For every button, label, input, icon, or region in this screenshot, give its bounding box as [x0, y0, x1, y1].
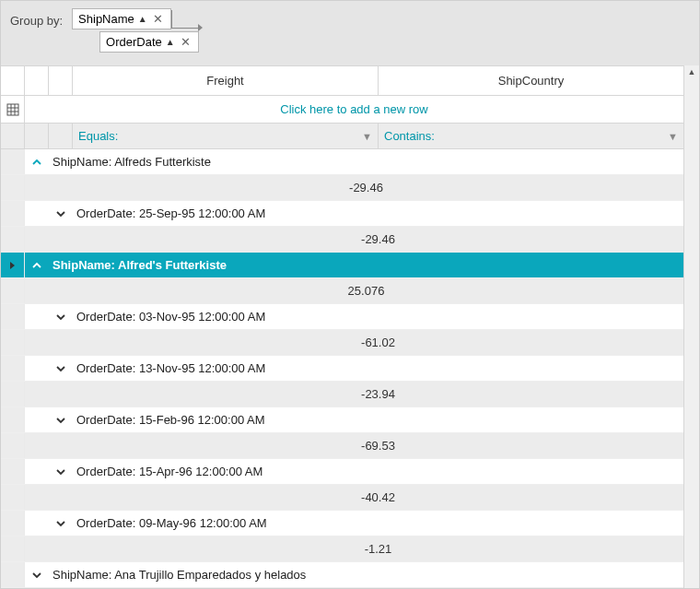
expand-toggle[interactable] — [49, 511, 73, 536]
group-row[interactable]: ShipName: Ana Trujillo Emparedados y hel… — [1, 562, 683, 588]
row-header — [1, 562, 25, 587]
sort-asc-icon: ▲ — [138, 14, 147, 24]
indent-spacer — [25, 356, 49, 381]
indent-spacer — [49, 382, 73, 406]
column-header-row: Freight ShipCountry — [1, 65, 683, 96]
group-row[interactable]: ShipName: Alfreds Futterkiste — [1, 149, 683, 175]
indent-spacer — [25, 304, 49, 329]
filter-cell-shipcountry[interactable]: Contains: ▼ — [379, 124, 683, 148]
group-summary-row: 25.076 — [1, 278, 683, 304]
row-header-spacer — [1, 66, 25, 95]
row-header — [1, 253, 25, 277]
subgroup-row[interactable]: OrderDate: 09-May-96 12:00:00 AM — [1, 511, 683, 536]
indent-spacer — [25, 459, 49, 484]
subgroup-row[interactable]: OrderDate: 15-Apr-96 12:00:00 AM — [1, 459, 683, 485]
row-header — [1, 304, 25, 329]
subgroup-row[interactable]: OrderDate: 15-Feb-96 12:00:00 AM — [1, 407, 683, 433]
sort-asc-icon: ▲ — [166, 37, 175, 47]
indent-spacer — [25, 536, 49, 561]
filter-funnel-icon[interactable]: ▼ — [362, 131, 372, 142]
subgroup-caption: OrderDate: 15-Apr-96 12:00:00 AM — [73, 459, 683, 484]
group-row[interactable]: ShipName: Alfred's Futterkiste — [1, 253, 683, 278]
subgroup-row[interactable]: OrderDate: 03-Nov-95 12:00:00 AM — [1, 304, 683, 330]
current-row-indicator-icon — [10, 262, 15, 269]
filter-operator-label: Contains: — [384, 129, 435, 143]
remove-chip-icon[interactable]: ✕ — [151, 12, 165, 26]
subgroup-row[interactable]: OrderDate: 25-Sep-95 12:00:00 AM — [1, 201, 683, 227]
summary-value: -23.94 — [73, 382, 683, 406]
indent-spacer — [25, 66, 49, 95]
indent-spacer — [49, 227, 73, 252]
indent-spacer — [25, 511, 49, 536]
subgroup-summary-row: -29.46 — [1, 227, 683, 253]
filter-row: Equals: ▼ Contains: ▼ — [1, 124, 683, 149]
expand-toggle[interactable] — [25, 253, 49, 277]
column-header-freight[interactable]: Freight — [73, 66, 379, 95]
subgroup-caption: OrderDate: 09-May-96 12:00:00 AM — [73, 511, 683, 536]
filter-cell-freight[interactable]: Equals: ▼ — [73, 124, 379, 148]
indent-spacer — [49, 124, 73, 148]
indent-spacer — [25, 124, 49, 148]
svg-rect-0 — [7, 104, 18, 115]
expand-toggle[interactable] — [49, 304, 73, 329]
expand-toggle[interactable] — [25, 562, 49, 587]
indent-spacer — [25, 227, 49, 252]
indent-spacer — [25, 382, 49, 406]
subgroup-caption: OrderDate: 13-Nov-95 12:00:00 AM — [73, 356, 683, 381]
data-grid: Group by: ShipName ▲ ✕ OrderDate ▲ ✕ — [0, 0, 700, 589]
summary-value: -1.21 — [73, 536, 683, 561]
filter-funnel-icon[interactable]: ▼ — [668, 131, 678, 142]
indent-spacer — [49, 485, 73, 510]
summary-value: -29.46 — [49, 175, 683, 200]
row-header — [1, 407, 25, 432]
vertical-scrollbar[interactable]: ▲ — [683, 65, 699, 588]
summary-value: -61.02 — [73, 330, 683, 355]
row-header — [1, 356, 25, 381]
column-header-shipcountry[interactable]: ShipCountry — [379, 66, 683, 95]
row-header — [1, 330, 25, 355]
group-chips: ShipName ▲ ✕ OrderDate ▲ ✕ — [72, 8, 199, 56]
row-header — [1, 149, 25, 174]
row-header — [1, 278, 25, 303]
summary-value: 25.076 — [49, 278, 683, 303]
add-new-row-text[interactable]: Click here to add a new row — [25, 96, 683, 123]
row-header — [1, 201, 25, 226]
row-header — [1, 485, 25, 510]
subgroup-summary-row: -40.42 — [1, 485, 683, 511]
subgroup-caption: OrderDate: 25-Sep-95 12:00:00 AM — [73, 201, 683, 226]
scroll-up-icon[interactable]: ▲ — [684, 65, 699, 78]
indent-spacer — [49, 330, 73, 355]
indent-spacer — [25, 278, 49, 303]
group-chip-orderdate[interactable]: OrderDate ▲ ✕ — [99, 31, 199, 53]
group-chip-label: ShipName — [78, 12, 134, 26]
indent-spacer — [25, 485, 49, 510]
subgroup-caption: OrderDate: 03-Nov-95 12:00:00 AM — [73, 304, 683, 329]
subgroup-summary-row: -69.53 — [1, 433, 683, 459]
expand-toggle[interactable] — [49, 201, 73, 226]
subgroup-row[interactable]: OrderDate: 13-Nov-95 12:00:00 AM — [1, 356, 683, 382]
expand-toggle[interactable] — [49, 459, 73, 484]
add-new-row[interactable]: Click here to add a new row — [1, 96, 683, 124]
row-header — [1, 382, 25, 406]
indent-spacer — [25, 175, 49, 200]
row-header — [1, 227, 25, 252]
indent-spacer — [25, 201, 49, 226]
remove-chip-icon[interactable]: ✕ — [179, 35, 192, 49]
row-header — [1, 433, 25, 458]
summary-value: -29.46 — [73, 227, 683, 252]
group-chip-shipname[interactable]: ShipName ▲ ✕ — [72, 8, 171, 29]
summary-value: -69.53 — [73, 433, 683, 458]
group-chip-label: OrderDate — [106, 35, 162, 49]
expand-toggle[interactable] — [49, 407, 73, 432]
group-caption: ShipName: Ana Trujillo Emparedados y hel… — [49, 562, 683, 587]
filter-operator-label: Equals: — [78, 129, 118, 143]
expand-toggle[interactable] — [49, 356, 73, 381]
summary-value: -40.42 — [73, 485, 683, 510]
row-header — [1, 175, 25, 200]
subgroup-summary-row: -61.02 — [1, 330, 683, 356]
row-header-spacer — [1, 124, 25, 148]
group-by-label: Group by: — [10, 14, 63, 28]
row-header — [1, 536, 25, 561]
indent-spacer — [25, 407, 49, 432]
expand-toggle[interactable] — [25, 149, 49, 174]
